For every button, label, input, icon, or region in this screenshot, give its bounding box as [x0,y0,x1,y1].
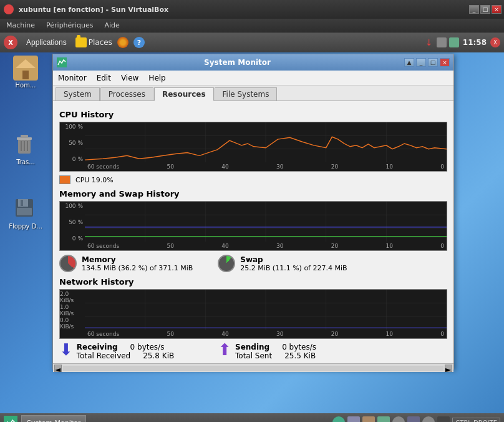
sysmon-minimize-btn[interactable]: _ [416,58,426,67]
floppy-label: Floppy D... [9,223,42,230]
sysmon-up-btn[interactable]: ▲ [404,58,414,67]
sysmon-title: System Monitor [70,58,404,67]
cpu-x-30: 30 [276,164,283,170]
maximize-button[interactable]: □ [480,5,490,14]
swap-label: Swap [240,255,347,264]
minimize-button[interactable]: _ [469,5,479,14]
svg-rect-5 [21,135,28,138]
sysmon-menu-monitor[interactable]: Monitor [56,72,89,84]
svg-rect-35 [4,416,17,422]
svg-rect-12 [17,208,32,215]
firefox-icon[interactable] [117,37,128,48]
memory-chart: 100 % 50 % 0 % [59,201,447,251]
menu-aide[interactable]: Aide [102,20,122,31]
receiving-group: ⬇ Receiving 0 bytes/s Total Received 25.… [59,343,174,360]
receiving-row: Receiving 0 bytes/s [77,343,174,351]
close-button[interactable]: × [492,5,502,14]
tab-resources[interactable]: Resources [154,87,214,101]
mem-x-10: 10 [385,243,392,249]
scrollbar-track[interactable] [63,366,443,371]
cpu-chart: 100 % 50 % 0 % [59,122,447,172]
tb-icon-7[interactable] [422,416,435,422]
places-button[interactable]: Places [75,37,112,47]
menu-machine[interactable]: Machine [4,20,37,31]
tb-icon-6[interactable] [407,416,420,422]
cpu-legend: CPU 19.0% [59,175,447,184]
virtualbox-window-controls[interactable]: _ □ × [469,5,502,14]
trash-icon[interactable]: Tras... [3,132,48,165]
tab-system[interactable]: System [56,87,100,101]
power-icon[interactable]: X [490,37,500,47]
cpu-y-labels: 100 % 50 % 0 % [60,122,85,162]
mem-chart-area [85,202,447,242]
total-sent-value: 25.5 KiB [284,351,316,360]
net-y-2: 2.0 KiB/s [60,291,83,303]
panel-bar: X Applications Places ? ↓ 11:58 X [0,32,504,52]
taskbar-sysmon-button[interactable]: System Monitor [21,415,86,422]
tb-icon-5[interactable] [392,416,405,422]
cpu-x-0: 0 [440,164,444,170]
sending-value: 0 bytes/s [282,343,316,351]
sysmon-close-btn[interactable]: × [440,58,450,67]
desktop-area: Hom... Tras... [0,52,504,422]
scroll-right-btn[interactable]: ► [445,365,452,372]
mem-x-40: 40 [221,243,228,249]
sys-tray [437,37,459,47]
net-y-1: 1.0 KiB/s [60,304,83,316]
scroll-left-btn[interactable]: ◄ [54,365,62,372]
tb-icon-4[interactable] [377,416,390,422]
sysmon-menu-view[interactable]: View [119,72,141,84]
net-x-60: 60 seconds [87,331,119,337]
ctrl-droite-label: CTRL DROITE [452,418,500,423]
receiving-info: Receiving 0 bytes/s Total Received 25.8 … [77,343,174,360]
tab-processes[interactable]: Processes [100,87,153,101]
virtualbox-menubar: Machine Périphériques Aide [0,19,504,32]
mem-x-20: 20 [331,243,338,249]
menu-peripheriques[interactable]: Périphériques [44,20,95,31]
mem-x-30: 30 [276,243,283,249]
home-icon[interactable]: Hom... [3,56,48,89]
receiving-arrow-icon: ⬇ [59,341,73,358]
tb-icon-3[interactable] [362,416,375,422]
sysmon-window: System Monitor ▲ _ □ × Monitor Edit View… [52,54,454,370]
desktop-icons: Hom... Tras... [3,56,48,230]
xubuntu-panel-logo: X [4,36,17,49]
net-chart-area [85,290,447,330]
net-y-labels: 2.0 KiB/s 1.0 KiB/s 0.0 KiB/s [60,290,85,330]
memory-section-title: Memory and Swap History [59,189,447,199]
cpu-y-100: 100 % [65,124,83,130]
sysmon-menu-edit[interactable]: Edit [94,72,114,84]
net-x-labels: 60 seconds 50 40 30 20 10 0 [85,330,447,338]
mem-y-50: 50 % [69,219,83,225]
tray-icon-2 [449,37,459,47]
tb-icon-8[interactable] [437,416,450,422]
memory-legend-row: Memory 134.5 MiB (36.2 %) of 371.1 MiB S… [59,255,447,272]
cpu-x-20: 20 [331,164,338,170]
applications-button[interactable]: Applications [22,36,70,49]
floppy-icon[interactable]: Floppy D... [3,197,48,230]
clock: 11:58 [463,38,487,47]
cpu-chart-area [85,122,447,162]
mem-x-50: 50 [167,243,173,249]
help-icon[interactable]: ? [133,37,145,48]
total-sent-label: Total Sent [235,351,272,360]
tab-filesystems[interactable]: File Systems [215,87,278,101]
memory-label: Memory [82,255,193,264]
swap-icon [218,255,235,272]
sysmon-scrollbar[interactable]: ◄ ► [53,363,453,372]
sysmon-menu-help[interactable]: Help [146,72,168,84]
sysmon-maximize-btn[interactable]: □ [428,58,438,67]
tb-icon-2[interactable] [347,416,360,422]
sending-label: Sending [235,343,269,351]
sending-row: Sending 0 bytes/s [235,343,316,351]
net-y-0: 0.0 KiB/s [60,317,83,330]
swap-value: 25.2 MiB (11.1 %) of 227.4 MiB [240,264,347,272]
sysmon-tabs: System Processes Resources File Systems [53,86,453,101]
cpu-x-50: 50 [167,164,173,170]
svg-rect-2 [22,71,29,79]
cpu-legend-color [59,175,70,184]
cpu-x-labels: 60 seconds 50 40 30 20 10 0 [85,162,447,171]
tb-icon-1[interactable] [332,416,345,422]
mem-y-100: 100 % [65,203,83,209]
sysmon-content: CPU History 100 % 50 % 0 % [53,101,453,363]
